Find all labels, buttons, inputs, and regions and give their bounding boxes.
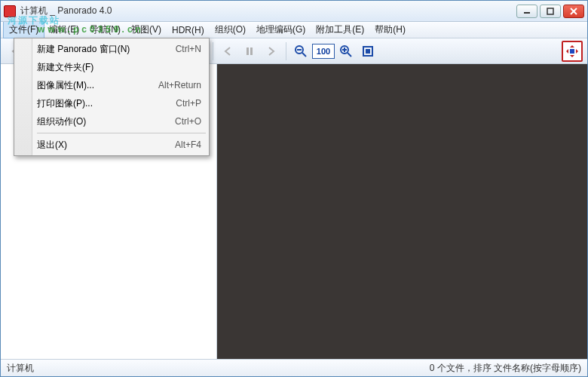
pause-button[interactable] (239, 41, 260, 62)
fullscreen-button[interactable] (357, 41, 378, 62)
svg-rect-21 (366, 49, 370, 54)
svg-line-2 (571, 8, 577, 14)
svg-rect-12 (250, 48, 253, 55)
next-button[interactable] (261, 41, 282, 62)
status-bar: 计算机 0 个文件，排序 文件名称(按字母顺序) (1, 360, 587, 376)
menu-geo[interactable]: 地理编码(G) (251, 22, 311, 38)
menu-print[interactable]: 打印图像(P)... Ctrl+P (16, 94, 207, 112)
maximize-button[interactable] (540, 5, 561, 18)
file-menu-dropdown: 新建 Panorado 窗口(N) Ctrl+N 新建文件夹(F) 图像属性(M… (14, 38, 210, 156)
menu-file[interactable]: 文件(F) (4, 22, 44, 38)
menu-tools[interactable]: 附加工具(E) (311, 22, 369, 38)
svg-line-14 (302, 53, 306, 57)
menu-new-folder[interactable]: 新建文件夹(F) (16, 58, 207, 76)
image-view-pane[interactable] (217, 64, 587, 359)
menu-org-actions[interactable]: 组织动作(O) Ctrl+O (16, 112, 207, 130)
menu-edit[interactable]: 编辑(E) (44, 22, 84, 38)
menu-new-window[interactable]: 新建 Panorado 窗口(N) Ctrl+N (16, 40, 207, 58)
menu-exit[interactable]: 退出(X) Alt+F4 (16, 136, 207, 154)
svg-rect-11 (247, 48, 249, 55)
zoom-out-button[interactable] (290, 41, 311, 62)
svg-line-17 (348, 53, 351, 57)
menu-image-props[interactable]: 图像属性(M)... Alt+Return (16, 76, 207, 94)
status-left: 计算机 (7, 362, 34, 375)
zoom-value[interactable]: 100 (312, 44, 335, 59)
pan-nav-button[interactable] (562, 41, 583, 62)
minimize-button[interactable] (516, 5, 537, 18)
zoom-in-button[interactable] (335, 41, 357, 62)
menu-nav[interactable]: 导航(N) (84, 22, 126, 38)
svg-rect-22 (570, 49, 574, 54)
prev-button[interactable] (217, 41, 238, 62)
app-window: 计算机 _ Panorado 4.0 河源下载站 www.pc0359.cn 文… (0, 0, 588, 377)
toolbar-separator (213, 42, 213, 60)
menu-org[interactable]: 组织(O) (210, 22, 251, 38)
app-icon (4, 5, 16, 17)
svg-rect-1 (547, 8, 553, 14)
menu-help[interactable]: 帮助(H) (369, 22, 411, 38)
status-right: 0 个文件，排序 文件名称(按字母顺序) (430, 362, 581, 375)
menu-view[interactable]: 视图(V) (126, 22, 167, 38)
menu-hdr[interactable]: HDR(H) (167, 22, 210, 38)
close-button[interactable] (563, 5, 584, 18)
toolbar-separator (286, 42, 286, 60)
menu-bar: 文件(F) 编辑(E) 导航(N) 视图(V) HDR(H) 组织(O) 地理编… (1, 22, 587, 38)
window-title: 计算机 _ Panorado 4.0 (20, 5, 516, 17)
svg-line-3 (571, 8, 577, 14)
title-bar: 计算机 _ Panorado 4.0 (1, 1, 587, 22)
menu-separator (37, 133, 206, 133)
